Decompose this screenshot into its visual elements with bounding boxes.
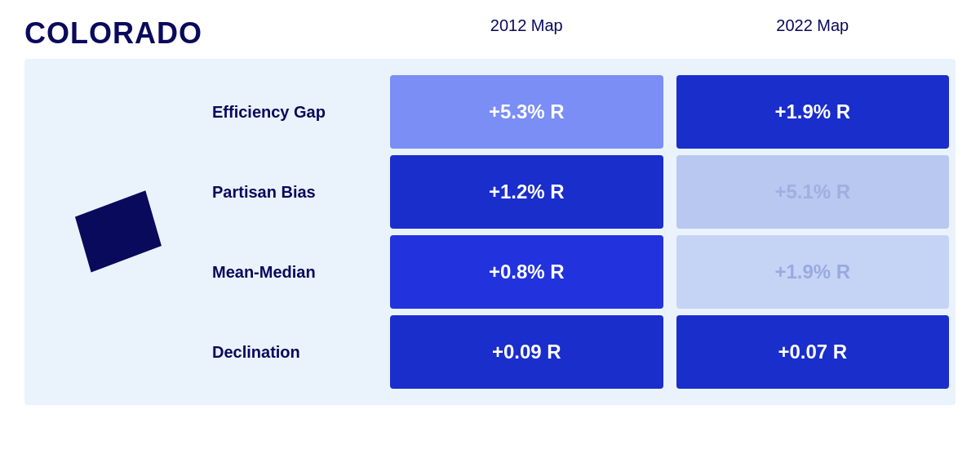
row-values-1: +1.2% R +5.1% R	[384, 155, 956, 229]
row-values-3: +0.09 R +0.07 R	[384, 315, 956, 389]
row-3-col1-value: +0.09 R	[390, 315, 663, 389]
table-row: Mean-Median +0.8% R +1.9% R	[204, 235, 956, 309]
row-label-2: Mean-Median	[204, 235, 384, 309]
col1-header: 2012 Map	[384, 16, 670, 42]
colorado-shape-icon	[61, 187, 167, 277]
row-0-col2-value: +1.9% R	[676, 75, 950, 149]
col2-header: 2022 Map	[670, 16, 956, 42]
row-label-0: Efficiency Gap	[204, 75, 384, 149]
table-row: Declination +0.09 R +0.07 R	[204, 315, 956, 389]
row-0-col1-value: +5.3% R	[390, 75, 663, 149]
row-3-col2-value: +0.07 R	[676, 315, 950, 389]
row-values-2: +0.8% R +1.9% R	[384, 235, 956, 309]
table-section: Efficiency Gap +5.3% R +1.9% R Partisan …	[204, 67, 956, 397]
column-headers: 2012 Map 2022 Map	[384, 16, 956, 42]
row-label-3: Declination	[204, 315, 384, 389]
state-title: COLORADO	[24, 16, 204, 51]
row-label-1: Partisan Bias	[204, 155, 384, 229]
row-1-col1-value: +1.2% R	[390, 155, 663, 229]
main-content: Efficiency Gap +5.3% R +1.9% R Partisan …	[24, 59, 956, 405]
row-2-col1-value: +0.8% R	[390, 235, 663, 309]
table-row: Efficiency Gap +5.3% R +1.9% R	[204, 75, 956, 149]
row-values-0: +5.3% R +1.9% R	[384, 75, 956, 149]
header-row: COLORADO 2012 Map 2022 Map	[24, 16, 956, 51]
row-2-col2-value: +1.9% R	[676, 235, 950, 309]
row-1-col2-value: +5.1% R	[676, 155, 950, 229]
state-shape-container	[24, 67, 204, 397]
table-row: Partisan Bias +1.2% R +5.1% R	[204, 155, 956, 229]
svg-marker-0	[73, 189, 164, 274]
